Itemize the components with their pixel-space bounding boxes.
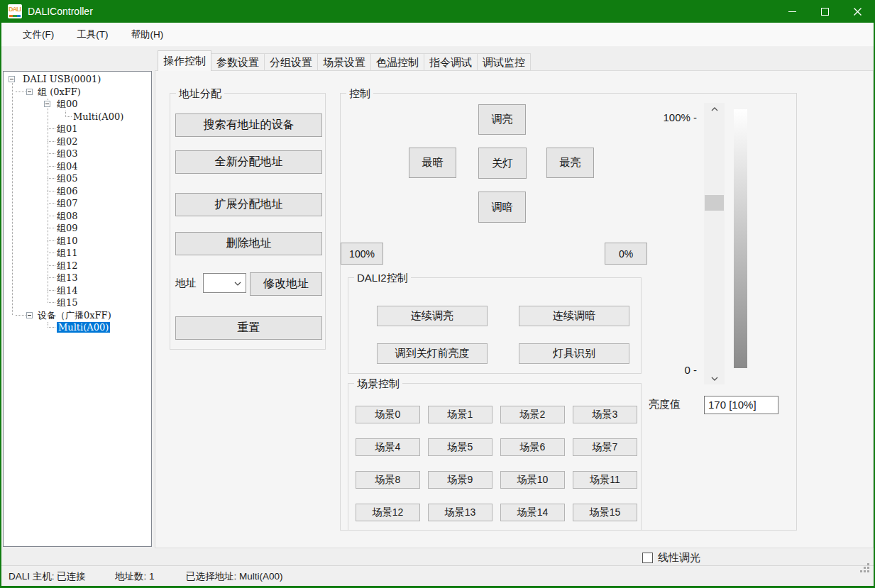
brightness-scrollbar[interactable] — [704, 103, 725, 384]
scene-0-button[interactable]: 场景0 — [356, 406, 420, 423]
scroll-up-button[interactable] — [704, 103, 725, 115]
tree-item-group07[interactable]: 组07 — [4, 197, 151, 210]
close-button[interactable] — [841, 0, 874, 23]
tree-item-group03[interactable]: 组03 — [4, 148, 151, 160]
scroll-down-button[interactable] — [704, 372, 725, 384]
selected-tree-item: Multi(A00) — [57, 322, 110, 333]
tree-item-group12[interactable]: 组12 — [4, 260, 151, 272]
dim-button[interactable]: 调暗 — [478, 192, 526, 223]
address-combobox[interactable] — [203, 273, 246, 293]
scene-7-button[interactable]: 场景7 — [573, 438, 637, 456]
status-host-connection: DALI 主机: 已连接 — [9, 570, 86, 583]
minimize-icon — [788, 11, 796, 12]
tree-item-dali-usb[interactable]: DALI USB(0001) — [4, 73, 151, 86]
max-brightness-button[interactable]: 最亮 — [546, 148, 594, 178]
scene-11-button[interactable]: 场景11 — [573, 471, 637, 489]
tree-item-group11[interactable]: 组11 — [4, 247, 151, 260]
recall-last-level-button[interactable]: 调到关灯前亮度 — [377, 343, 488, 364]
menu-tools[interactable]: 工具(T) — [70, 23, 115, 47]
scene-1-button[interactable]: 场景1 — [428, 406, 492, 423]
tab-page-operation-control: 地址分配 搜索有地址的设备 全新分配地址 扩展分配地址 删除地址 地址 修改地址… — [155, 70, 874, 548]
maximize-button[interactable] — [808, 0, 841, 23]
scene-14-button[interactable]: 场景14 — [500, 504, 565, 521]
resize-grip-icon[interactable] — [867, 570, 869, 572]
tree-item-group04[interactable]: 组04 — [4, 160, 151, 173]
tree-item-group00[interactable]: 组00 — [4, 98, 151, 111]
chevron-down-icon — [711, 377, 718, 381]
window-border-left — [0, 23, 1, 588]
assign-new-address-button[interactable]: 全新分配地址 — [175, 150, 322, 174]
dali2-control-group: DALI2控制 连续调亮 连续调暗 调到关灯前亮度 灯具识别 — [348, 277, 642, 374]
tab-command-debug[interactable]: 指令调试 — [424, 53, 478, 71]
scene-8-button[interactable]: 场景8 — [356, 471, 420, 489]
chevron-down-icon — [234, 282, 241, 286]
tree-item-group01[interactable]: 组01 — [4, 123, 151, 135]
close-icon — [853, 7, 862, 16]
scene-12-button[interactable]: 场景12 — [356, 504, 420, 521]
collapse-icon[interactable] — [9, 76, 15, 82]
reset-button[interactable]: 重置 — [175, 316, 322, 340]
continuous-dim-button[interactable]: 连续调暗 — [519, 306, 629, 326]
tree-item-group14[interactable]: 组14 — [4, 284, 151, 297]
collapse-icon[interactable] — [26, 89, 33, 95]
scene-2-button[interactable]: 场景2 — [500, 406, 565, 423]
min-brightness-button[interactable]: 最暗 — [409, 148, 456, 178]
tree-item-multi-a00[interactable]: Multi(A00) — [4, 111, 151, 123]
tab-scene-settings[interactable]: 场景设置 — [318, 53, 371, 71]
brighten-button[interactable]: 调亮 — [478, 104, 526, 135]
tab-grouping-settings[interactable]: 分组设置 — [265, 53, 318, 71]
scene-3-button[interactable]: 场景3 — [573, 406, 637, 423]
address-assignment-group: 地址分配 搜索有地址的设备 全新分配地址 扩展分配地址 删除地址 地址 修改地址… — [170, 93, 326, 350]
extend-assign-address-button[interactable]: 扩展分配地址 — [175, 193, 322, 216]
tree-item-device-broadcast[interactable]: 设备（广播0xFF) — [4, 309, 151, 322]
tree-item-group10[interactable]: 组10 — [4, 235, 151, 248]
address-label: 地址 — [175, 277, 197, 290]
device-tree: DALI USB(0001) 组 (0xFF) 组00 Multi(A00) 组… — [4, 72, 151, 546]
chevron-up-icon — [711, 107, 718, 111]
tab-color-temp-control[interactable]: 色温控制 — [371, 53, 424, 71]
group-title: 地址分配 — [176, 87, 224, 99]
tree-item-group02[interactable]: 组02 — [4, 135, 151, 148]
light-off-button[interactable]: 关灯 — [478, 148, 527, 179]
scrollbar-thumb[interactable] — [705, 195, 724, 211]
tab-operation-control[interactable]: 操作控制 — [158, 50, 211, 71]
scene-13-button[interactable]: 场景13 — [428, 504, 492, 521]
group-title: 场景控制 — [354, 377, 402, 389]
statusbar: DALI 主机: 已连接 地址数: 1 已选择地址: Multi(A00) — [1, 565, 874, 586]
control-group: 控制 调亮 最暗 关灯 最亮 调暗 0% 1% 25% 50% 80% 100%… — [340, 93, 797, 531]
percent-100-button[interactable]: 100% — [341, 243, 383, 265]
scene-10-button[interactable]: 场景10 — [500, 471, 565, 489]
tab-parameter-settings[interactable]: 参数设置 — [211, 53, 265, 71]
percent-0-button[interactable]: 0% — [605, 243, 647, 265]
continuous-brighten-button[interactable]: 连续调亮 — [377, 306, 488, 326]
delete-address-button[interactable]: 删除地址 — [175, 232, 322, 255]
tab-debug-monitor[interactable]: 调试监控 — [478, 53, 531, 71]
scene-15-button[interactable]: 场景15 — [573, 504, 637, 521]
maximize-icon — [821, 8, 829, 16]
scene-4-button[interactable]: 场景4 — [356, 438, 420, 456]
scene-6-button[interactable]: 场景6 — [500, 438, 565, 456]
status-selected-address: 已选择地址: Multi(A00) — [186, 570, 283, 583]
linear-dimming-checkbox[interactable] — [642, 553, 653, 563]
scene-5-button[interactable]: 场景5 — [428, 438, 492, 456]
luminaire-identify-button[interactable]: 灯具识别 — [519, 343, 629, 364]
tree-item-group15[interactable]: 组15 — [4, 296, 151, 309]
tree-item-group06[interactable]: 组06 — [4, 185, 151, 198]
menu-help[interactable]: 帮助(H) — [124, 23, 171, 47]
tree-item-multi-a00-selected[interactable]: Multi(A00) — [4, 321, 151, 334]
modify-address-button[interactable]: 修改地址 — [250, 272, 322, 296]
collapse-icon[interactable] — [44, 101, 50, 107]
tree-item-group13[interactable]: 组13 — [4, 272, 151, 284]
menu-file[interactable]: 文件(F) — [16, 23, 61, 47]
tree-item-group08[interactable]: 组08 — [4, 210, 151, 223]
collapse-icon[interactable] — [26, 312, 33, 318]
tree-item-group09[interactable]: 组09 — [4, 222, 151, 235]
window-title: DALIController — [28, 6, 93, 17]
brightness-value-field[interactable]: 170 [10%] — [704, 396, 778, 414]
scene-9-button[interactable]: 场景9 — [428, 471, 492, 489]
search-addressed-devices-button[interactable]: 搜索有地址的设备 — [175, 113, 322, 137]
tree-item-group-root[interactable]: 组 (0xFF) — [4, 86, 151, 99]
group-title: 控制 — [346, 87, 373, 99]
minimize-button[interactable] — [776, 0, 808, 23]
tree-item-group05[interactable]: 组05 — [4, 172, 151, 185]
